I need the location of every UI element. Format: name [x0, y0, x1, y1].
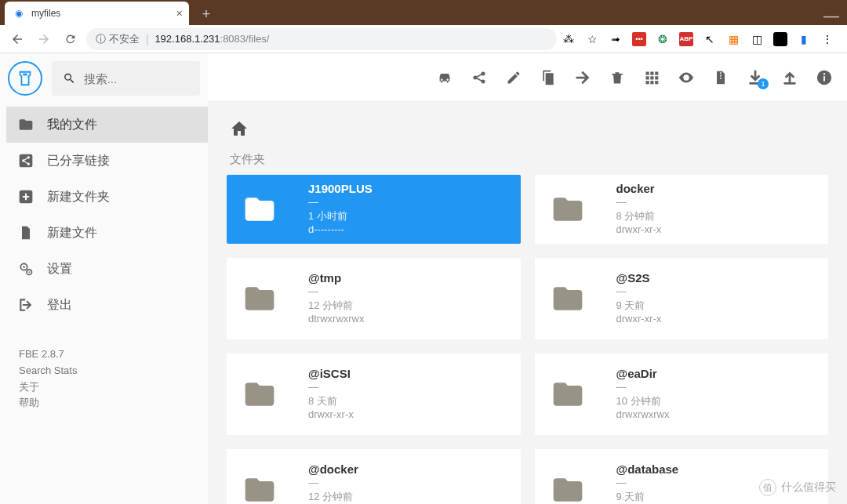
delete-icon[interactable] [609, 69, 626, 86]
ext-icon-blue[interactable]: ▮ [797, 32, 811, 46]
folder-name: J1900PLUS [308, 182, 373, 195]
forward-button[interactable] [33, 28, 55, 50]
folder-time: 12 分钟前 [308, 491, 358, 504]
sidebar-item-logout[interactable]: 登出 [6, 287, 208, 323]
back-button[interactable] [6, 28, 28, 50]
share-icon [17, 153, 35, 169]
folder-grid: J1900PLUS—1 小时前d---------docker—8 分钟前drw… [227, 175, 828, 504]
svg-point-10 [441, 78, 442, 80]
archive-icon[interactable] [712, 69, 729, 86]
url-host: 192.168.1.231 [154, 33, 220, 45]
search-box[interactable] [52, 61, 200, 96]
cursor-icon[interactable]: ↖ [703, 32, 717, 46]
folder-icon [551, 473, 585, 504]
translate-icon[interactable]: ⁂ [562, 32, 576, 46]
svg-rect-18 [646, 76, 649, 79]
folder-dash: — [308, 196, 373, 209]
svg-point-11 [446, 78, 448, 80]
grid-view-icon[interactable] [643, 69, 660, 86]
info-icon[interactable] [816, 69, 833, 86]
sidebar-item-new-file[interactable]: 新建文件 [6, 215, 208, 251]
svg-rect-15 [646, 71, 649, 74]
svg-point-9 [28, 271, 30, 273]
tab-bar: ◉ myfiles × + — [0, 0, 847, 25]
upload-icon[interactable] [781, 69, 798, 86]
folder-body: @eaDir—10 分钟前drwxrwxrwx [616, 367, 670, 422]
reload-button[interactable] [60, 28, 82, 50]
ext-icon-black[interactable] [773, 32, 787, 46]
folder-dash: — [308, 381, 354, 394]
extension-icons: ⁂ ☆ ➟ ••• ❂ ABP ↖ ▦ ◫ ▮ ⋮ [562, 32, 841, 46]
sidebar-item-my-files[interactable]: 我的文件 [6, 107, 208, 143]
search-input[interactable] [84, 72, 189, 85]
menu-icon[interactable]: ⋮ [820, 32, 834, 46]
browser-tab[interactable]: ◉ myfiles × [5, 2, 189, 25]
abp-icon[interactable]: ABP [679, 32, 693, 46]
folder-body: @database—9 天前drwxr-x--- [616, 462, 679, 504]
app-logo-icon[interactable] [8, 61, 42, 96]
ext-icon-green[interactable]: ❂ [656, 32, 670, 46]
window-controls: — [823, 7, 839, 25]
ext-icon-1[interactable]: ➟ [609, 32, 623, 46]
sidebar-item-label: 登出 [47, 297, 72, 314]
ext-icon-orange[interactable]: ▦ [726, 32, 740, 46]
about-link[interactable]: 关于 [19, 379, 195, 396]
download-badge: 1 [758, 78, 769, 89]
copy-icon[interactable] [540, 69, 557, 86]
address-bar: ⓘ 不安全 | 192.168.1.231:8083/files/ ⁂ ☆ ➟ … [0, 25, 847, 53]
folder-body: @iSCSI—8 天前drwxr-xr-x [308, 367, 354, 422]
section-title: 文件夹 [230, 152, 828, 167]
version-label: FBE 2.8.7 [19, 346, 195, 363]
svg-point-7 [23, 266, 25, 268]
folder-name: @S2S [616, 271, 662, 285]
sidebar-item-label: 已分享链接 [47, 153, 110, 169]
folder-card[interactable]: docker—8 分钟前drwxr-xr-x [535, 175, 829, 244]
folder-dash: — [308, 285, 365, 299]
sidebar-item-label: 我的文件 [47, 117, 97, 133]
url-box[interactable]: ⓘ 不安全 | 192.168.1.231:8083/files/ [86, 28, 557, 50]
sidebar-item-shared-links[interactable]: 已分享链接 [6, 143, 208, 179]
svg-rect-25 [720, 72, 722, 74]
folder-name: docker [616, 182, 662, 195]
new-tab-button[interactable]: + [195, 3, 217, 25]
logout-icon [17, 297, 35, 313]
edit-icon[interactable] [505, 69, 522, 86]
sidebar-item-new-folder[interactable]: 新建文件夹 [6, 179, 208, 215]
home-icon[interactable] [230, 119, 249, 138]
browser-chrome: ◉ myfiles × + — ⓘ 不安全 | 192.168.1.231:80… [0, 0, 847, 53]
move-icon[interactable] [574, 69, 591, 86]
folder-icon [242, 192, 277, 227]
folder-plus-icon [17, 189, 35, 205]
ext-icon-red[interactable]: ••• [632, 32, 646, 46]
car-icon[interactable] [436, 69, 453, 86]
url-path: :8083/files/ [220, 33, 270, 45]
svg-rect-29 [823, 76, 825, 81]
folder-card[interactable]: @tmp—12 分钟前dtrwxrwxrwx [227, 258, 521, 339]
folder-card[interactable]: @S2S—9 天前drwxr-xr-x [535, 258, 829, 339]
folder-icon [551, 281, 585, 316]
eye-icon[interactable] [678, 69, 695, 86]
tab-close-icon[interactable]: × [176, 7, 183, 20]
ext-icon-m[interactable]: ◫ [750, 32, 764, 46]
watermark-text: 什么值得买 [781, 480, 836, 495]
folder-name: @docker [308, 462, 358, 476]
folder-body: docker—8 分钟前drwxr-xr-x [616, 182, 662, 237]
sidebar-item-settings[interactable]: 设置 [6, 251, 208, 287]
share-icon[interactable] [471, 69, 488, 86]
star-icon[interactable]: ☆ [585, 32, 599, 46]
folder-permissions: drwxr-xr-x [308, 408, 354, 422]
folder-card[interactable]: J1900PLUS—1 小时前d--------- [227, 175, 521, 244]
toolbar: 1 [208, 53, 847, 102]
help-link[interactable]: 帮助 [19, 395, 195, 412]
folder-card[interactable]: @iSCSI—8 天前drwxr-xr-x [227, 354, 521, 435]
folder-dash: — [616, 285, 662, 299]
stats-link[interactable]: Search Stats [19, 363, 195, 379]
folder-body: J1900PLUS—1 小时前d--------- [308, 182, 373, 237]
folder-time: 8 分钟前 [616, 210, 662, 223]
breadcrumb [227, 114, 828, 143]
folder-icon [551, 192, 585, 227]
download-icon[interactable]: 1 [747, 69, 764, 86]
folder-card[interactable]: @docker—12 分钟前drwx--x--x [227, 449, 521, 504]
folder-card[interactable]: @eaDir—10 分钟前drwxrwxrwx [535, 354, 829, 435]
minimize-icon[interactable]: — [823, 7, 839, 25]
